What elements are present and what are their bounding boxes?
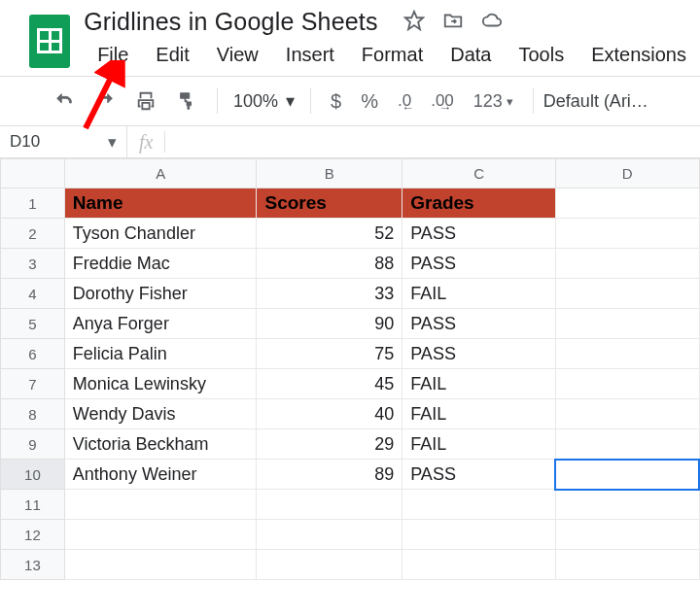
cell[interactable]: 40 (257, 399, 402, 429)
name-box[interactable]: D10 ▾ (0, 132, 126, 153)
cell[interactable]: Felicia Palin (64, 339, 257, 369)
cell[interactable]: Anthony Weiner (64, 460, 257, 490)
font-dropdown[interactable]: Default (Ari… (543, 91, 648, 112)
cell-A1[interactable]: Name (64, 188, 257, 219)
row-header[interactable]: 9 (1, 429, 65, 460)
cell[interactable]: FAIL (402, 369, 556, 399)
cell[interactable] (64, 550, 257, 580)
menu-extensions[interactable]: Extensions (578, 44, 700, 66)
cell[interactable] (555, 219, 699, 249)
col-header-C[interactable]: C (402, 159, 556, 188)
row-header[interactable]: 4 (1, 279, 65, 309)
cell[interactable] (257, 550, 402, 580)
undo-button[interactable] (44, 90, 85, 112)
zoom-dropdown[interactable]: 100% ▾ (228, 90, 300, 112)
more-formats-button[interactable]: 123▾ (464, 91, 523, 112)
row-header[interactable]: 12 (1, 520, 65, 550)
cell[interactable]: Anya Forger (64, 309, 257, 339)
row-header[interactable]: 6 (1, 339, 65, 369)
cell[interactable]: 89 (257, 460, 402, 490)
row-header[interactable]: 13 (1, 550, 65, 580)
menu-view[interactable]: View (203, 44, 272, 66)
move-folder-icon[interactable] (442, 10, 464, 34)
increase-decimal-button[interactable]: .00→ (421, 91, 464, 111)
row-header[interactable]: 3 (1, 249, 65, 279)
chevron-down-icon: ▾ (108, 132, 117, 153)
col-header-A[interactable]: A (64, 159, 257, 188)
menu-format[interactable]: Format (348, 44, 437, 66)
row-header[interactable]: 1 (1, 188, 65, 219)
cell[interactable] (555, 490, 699, 520)
cell[interactable]: PASS (402, 460, 556, 490)
paint-format-button[interactable] (166, 90, 207, 112)
cell[interactable]: PASS (402, 309, 556, 339)
cell[interactable]: Wendy Davis (64, 399, 257, 429)
cell[interactable]: PASS (402, 219, 556, 249)
star-icon[interactable] (403, 10, 425, 34)
cell[interactable]: 75 (257, 339, 402, 369)
menu-edit[interactable]: Edit (142, 44, 202, 66)
menu-tools[interactable]: Tools (505, 44, 578, 66)
row-header[interactable]: 2 (1, 219, 65, 249)
cell[interactable] (257, 520, 402, 550)
cell[interactable] (555, 520, 699, 550)
format-percent-button[interactable]: % (351, 90, 388, 113)
sheets-logo (29, 15, 70, 68)
cell[interactable]: Freddie Mac (64, 249, 257, 279)
menu-insert[interactable]: Insert (272, 44, 348, 66)
cell[interactable]: Monica Lewinsky (64, 369, 257, 399)
row-header[interactable]: 7 (1, 369, 65, 399)
cell-C1[interactable]: Grades (402, 188, 556, 219)
cell[interactable] (402, 490, 556, 520)
cell[interactable] (555, 429, 699, 460)
cell[interactable] (555, 339, 699, 369)
cell[interactable]: 88 (257, 249, 402, 279)
cell[interactable]: Victoria Beckham (64, 429, 257, 460)
cell[interactable]: PASS (402, 249, 556, 279)
cell-D1[interactable] (555, 188, 699, 219)
cell[interactable]: 45 (257, 369, 402, 399)
cell[interactable] (257, 490, 402, 520)
row-header[interactable]: 8 (1, 399, 65, 429)
cell[interactable] (555, 550, 699, 580)
cell[interactable]: 52 (257, 219, 402, 249)
row-header[interactable]: 11 (1, 490, 65, 520)
cell[interactable] (402, 550, 556, 580)
cell[interactable]: 33 (257, 279, 402, 309)
cell[interactable]: Tyson Chandler (64, 219, 257, 249)
cell[interactable]: FAIL (402, 429, 556, 460)
row-header[interactable]: 10 (1, 460, 65, 490)
cell-D10-selected[interactable] (555, 460, 699, 490)
cell[interactable] (64, 520, 257, 550)
cell[interactable]: 90 (257, 309, 402, 339)
chevron-down-icon: ▾ (507, 94, 513, 109)
cell[interactable] (402, 520, 556, 550)
cell[interactable] (555, 369, 699, 399)
spreadsheet-grid[interactable]: A B C D 1 Name Scores Grades 2Tyson Chan… (0, 158, 700, 580)
decrease-decimal-button[interactable]: .0← (388, 91, 421, 111)
document-title[interactable]: Gridlines in Google Sheets (84, 8, 378, 36)
cloud-status-icon[interactable] (481, 10, 503, 34)
format-currency-button[interactable]: $ (321, 90, 351, 113)
row-header[interactable]: 5 (1, 309, 65, 339)
col-header-D[interactable]: D (555, 159, 699, 188)
redo-button[interactable] (85, 90, 125, 112)
cell[interactable]: Dorothy Fisher (64, 279, 257, 309)
menu-file[interactable]: File (84, 44, 142, 66)
cell-B1[interactable]: Scores (257, 188, 402, 219)
cell[interactable] (555, 309, 699, 339)
cell[interactable]: FAIL (402, 279, 556, 309)
chevron-down-icon: ▾ (286, 90, 295, 112)
cell[interactable]: FAIL (402, 399, 556, 429)
cell[interactable] (64, 490, 257, 520)
select-all-corner[interactable] (1, 159, 65, 188)
col-header-B[interactable]: B (257, 159, 402, 188)
svg-marker-1 (405, 12, 423, 29)
cell[interactable] (555, 399, 699, 429)
cell[interactable] (555, 279, 699, 309)
print-button[interactable] (125, 90, 166, 112)
cell[interactable] (555, 249, 699, 279)
cell[interactable]: 29 (257, 429, 402, 460)
cell[interactable]: PASS (402, 339, 556, 369)
menu-data[interactable]: Data (437, 44, 505, 66)
